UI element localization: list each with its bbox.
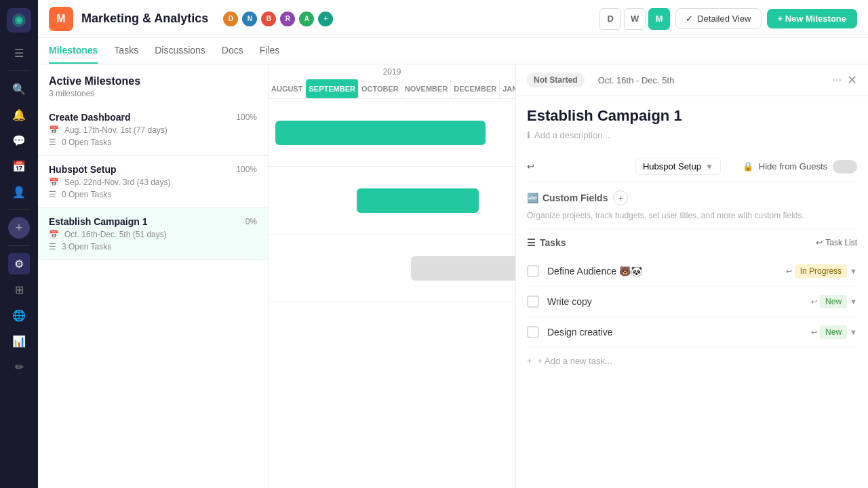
task-name-1: Define Audience 🐻🐼 (547, 266, 778, 277)
avatar-2: N (241, 10, 258, 28)
task-status-3: ↩ New ▼ (811, 325, 857, 339)
panel-body: Establish Campaign 1 ℹ Add a description… (516, 96, 868, 385)
pencil-icon[interactable]: ✏ (8, 356, 30, 378)
toggle-m-button[interactable]: M (648, 8, 670, 30)
detail-panel-header: Not Started Oct. 16th - Dec. 5th ··· ✕ (516, 64, 868, 96)
gantt-row-3 (269, 235, 515, 302)
text-icon: 🔤 (527, 192, 538, 203)
dependency-icon: ↩ (527, 161, 534, 171)
milestone-item-establish-campaign[interactable]: Establish Campaign 1 0% 📅 Oct. 16th-Dec.… (38, 208, 268, 260)
globe-icon[interactable]: 🌐 (8, 304, 30, 326)
milestones-header: Active Milestones 3 milestones (38, 64, 268, 104)
milestone-item-hubspot-setup[interactable]: Hubspot Setup 100% 📅 Sep. 22nd-Nov. 3rd … (38, 156, 268, 208)
sidebar-hamburger[interactable]: ☰ (8, 42, 30, 64)
status-arrow-icon-3: ↩ (811, 328, 817, 337)
milestone-list-panel: Active Milestones 3 milestones Create Da… (38, 64, 269, 488)
chart-icon[interactable]: 📊 (8, 330, 30, 352)
tasks-icon: ☰ (527, 237, 536, 248)
milestone-meta-2: 📅 Sep. 22nd-Nov. 3rd (43 days) (49, 178, 257, 187)
main-content: M Marketing & Analytics D N B R A + D W … (38, 0, 868, 488)
milestone-name-1: Create Dashboard 100% (49, 112, 257, 123)
status-arrow-icon-1: ↩ (786, 267, 792, 276)
status-arrow-icon-2: ↩ (811, 298, 817, 306)
task-checkbox-2[interactable] (527, 296, 539, 308)
panel-title: Establish Campaign 1 (527, 107, 857, 125)
calendar-icon[interactable]: 📅 (8, 155, 30, 177)
status-chevron-icon-2[interactable]: ▼ (850, 298, 857, 306)
project-title: Marketing & Analytics (81, 12, 208, 26)
search-icon[interactable]: 🔍 (8, 78, 30, 100)
add-custom-field-button[interactable]: + (613, 190, 628, 205)
task-checkbox-3[interactable] (527, 326, 539, 338)
task-list-button[interactable]: ↩ Task List (816, 238, 857, 247)
dependency-badge[interactable]: Hubspot Setup ▼ (635, 158, 721, 175)
lock-icon: 🔒 (743, 161, 753, 171)
gantt-row-2 (269, 167, 515, 235)
avatar-1: D (222, 10, 239, 28)
status-chevron-icon-1[interactable]: ▼ (850, 267, 857, 275)
task-item-design-creative: Design creative ↩ New ▼ (527, 317, 857, 348)
app-logo[interactable] (7, 8, 31, 33)
avatar-6: + (317, 10, 334, 28)
close-panel-button[interactable]: ✕ (847, 73, 857, 87)
more-options-button[interactable]: ··· (833, 74, 842, 86)
gantt-chart: 2019 AUGUST SEPTEMBER OCTOBER NOVEMBER D… (269, 64, 515, 488)
gantt-body (269, 99, 515, 488)
gantt-bar-dashboard[interactable] (275, 121, 486, 145)
chat-icon[interactable]: 💬 (8, 129, 30, 151)
gantt-bar-campaign[interactable] (411, 256, 515, 281)
new-milestone-label: + New Milestone (778, 14, 847, 24)
add-task-icon: + (527, 356, 532, 366)
toggle-d-button[interactable]: D (599, 8, 621, 30)
custom-fields-header: 🔤 Custom Fields + (527, 182, 857, 208)
task-status-badge-2: New (820, 295, 847, 308)
milestone-item-create-dashboard[interactable]: Create Dashboard 100% 📅 Aug. 17th-Nov. 1… (38, 104, 268, 156)
avatar-group: D N B R A + (222, 10, 334, 28)
new-milestone-button[interactable]: + New Milestone (767, 9, 858, 28)
sidebar-divider-2 (8, 209, 30, 210)
add-project-button[interactable]: + (8, 217, 30, 239)
task-status-2: ↩ New ▼ (811, 295, 857, 308)
task-item-define-audience: Define Audience 🐻🐼 ↩ In Progress ▼ (527, 256, 857, 287)
gantt-bar-hubspot-outline (357, 188, 479, 213)
tasks-label: ☰ Tasks (527, 237, 566, 248)
gantt-months: AUGUST SEPTEMBER OCTOBER NOVEMBER DECEMB… (269, 79, 515, 98)
toggle-w-button[interactable]: W (624, 8, 646, 30)
task-list-icon: ↩ (816, 238, 823, 247)
hide-guests-toggle[interactable] (833, 160, 857, 174)
description-field[interactable]: ℹ Add a description... (527, 130, 857, 140)
gantt-header: 2019 AUGUST SEPTEMBER OCTOBER NOVEMBER D… (269, 64, 515, 99)
detailed-view-button[interactable]: ✓ Detailed View (675, 8, 761, 29)
project-icon: M (49, 7, 73, 31)
milestones-count: 3 milestones (49, 89, 257, 98)
gantt-month-sep: SEPTEMBER (306, 79, 358, 98)
tab-docs[interactable]: Docs (222, 38, 243, 64)
tab-discussions[interactable]: Discussions (155, 38, 205, 64)
avatar-5: A (298, 10, 315, 28)
tasks-section: ☰ Tasks ↩ Task List Define Audience (527, 229, 857, 374)
status-chevron-icon-3[interactable]: ▼ (850, 328, 857, 336)
header-actions: D W M ✓ Detailed View + New Milestone (599, 8, 857, 30)
avatar-3: B (260, 10, 277, 28)
task-status-badge-3: New (820, 325, 847, 339)
custom-fields-description: Organize projects, track budgets, set us… (527, 208, 857, 229)
sidebar: ☰ 🔍 🔔 💬 📅 👤 + ⚙ ⊞ 🌐 📊 ✏ (0, 0, 38, 488)
date-range-label: Oct. 16th - Dec. 5th (598, 75, 675, 85)
gantt-month-aug: AUGUST (269, 79, 306, 98)
dependency-value: Hubspot Setup ▼ 🔒 Hide from Guests (635, 158, 857, 175)
add-task-button[interactable]: + + Add a new task... (527, 348, 857, 374)
tab-tasks[interactable]: Tasks (114, 38, 138, 64)
gantt-year: 2019 (269, 64, 515, 79)
grid-icon[interactable]: ⊞ (8, 279, 30, 300)
bell-icon[interactable]: 🔔 (8, 104, 30, 125)
sliders-icon[interactable]: ⚙ (8, 253, 30, 274)
task-checkbox-1[interactable] (527, 265, 539, 277)
nav-tabs: Milestones Tasks Discussions Docs Files (38, 38, 868, 64)
hide-guests-label: 🔒 Hide from Guests (743, 161, 827, 171)
tab-milestones[interactable]: Milestones (49, 38, 98, 64)
gantt-month-jan: JANUARY (500, 79, 515, 98)
tab-files[interactable]: Files (260, 38, 280, 64)
svg-point-2 (17, 18, 21, 22)
user-plus-icon[interactable]: 👤 (8, 181, 30, 203)
dependency-row: ↩ Hubspot Setup ▼ 🔒 Hide from Guests (527, 151, 857, 182)
